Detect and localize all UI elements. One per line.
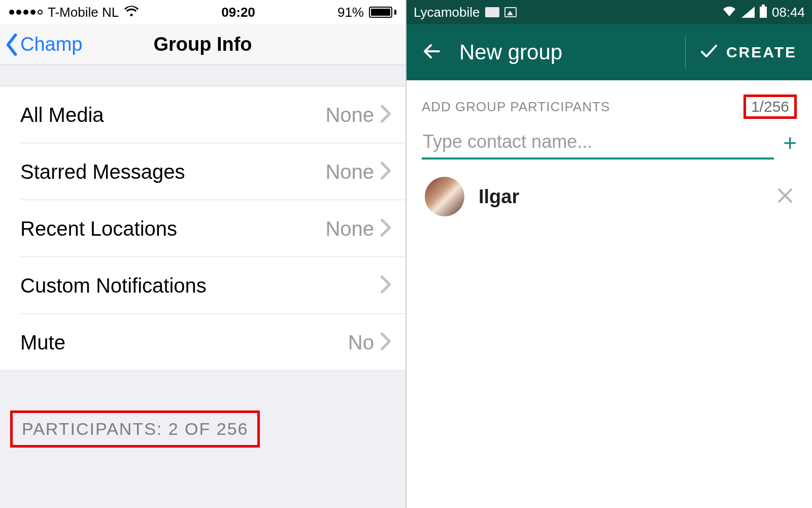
row-value: None — [325, 217, 374, 240]
avatar — [425, 177, 464, 216]
settings-list: All Media None Starred Messages None Rec… — [0, 86, 405, 371]
add-participants-subheader: ADD GROUP PARTICIPANTS — [422, 99, 610, 115]
battery-pct-label: 91% — [337, 5, 364, 20]
battery-icon — [760, 7, 767, 18]
participants-header: PARTICIPANTS: 2 OF 256 — [10, 410, 260, 448]
arrow-left-icon — [422, 41, 442, 61]
appbar-divider — [685, 36, 686, 69]
back-button[interactable]: Champ — [0, 34, 83, 56]
row-all-media[interactable]: All Media None — [0, 86, 405, 143]
row-value: None — [325, 161, 374, 183]
create-label: CREATE — [726, 44, 797, 61]
row-label: Recent Locations — [20, 217, 177, 240]
back-button[interactable] — [422, 41, 442, 64]
row-value: None — [325, 104, 374, 126]
row-starred-messages[interactable]: Starred Messages None — [0, 143, 405, 200]
signal-dots-icon — [9, 10, 43, 15]
chevron-left-icon — [4, 34, 19, 56]
wifi-icon — [722, 5, 736, 20]
back-label: Champ — [20, 34, 83, 55]
section-gap — [0, 65, 405, 86]
android-status-bar: Lycamobile 08:44 — [407, 0, 812, 24]
battery-icon — [369, 7, 396, 18]
clock-label: 09:20 — [221, 5, 255, 20]
chevron-right-icon — [380, 105, 391, 125]
ios-nav-bar: Champ Group Info — [0, 24, 405, 65]
carrier-label: Lycamobile — [414, 5, 480, 20]
contact-name-input[interactable] — [422, 126, 774, 160]
wifi-icon — [124, 5, 139, 20]
android-app-bar: New group CREATE — [407, 24, 812, 80]
signal-icon — [741, 7, 755, 18]
clock-label: 08:44 — [772, 5, 805, 20]
remove-contact-button[interactable] — [776, 187, 794, 206]
chevron-right-icon — [380, 275, 391, 296]
row-label: Mute — [20, 331, 65, 354]
chevron-right-icon — [380, 162, 391, 182]
participants-count: 1/256 — [743, 94, 797, 119]
row-mute[interactable]: Mute No — [0, 314, 405, 371]
row-recent-locations[interactable]: Recent Locations None — [0, 200, 405, 257]
row-label: Custom Notifications — [20, 274, 207, 297]
sim-icon — [485, 7, 499, 17]
ios-footer: PARTICIPANTS: 2 OF 256 — [0, 371, 405, 508]
plus-icon: + — [783, 130, 797, 156]
page-title: New group — [459, 40, 562, 65]
create-button[interactable]: CREATE — [700, 42, 797, 62]
contact-row[interactable]: Ilgar — [422, 160, 797, 234]
row-value: No — [348, 331, 374, 354]
contact-name: Ilgar — [479, 186, 762, 208]
row-label: Starred Messages — [20, 161, 185, 183]
carrier-label: T-Mobile NL — [48, 5, 119, 20]
add-contact-button[interactable]: + — [783, 129, 797, 160]
close-icon — [776, 187, 794, 204]
row-label: All Media — [20, 104, 104, 126]
picture-icon — [504, 7, 517, 17]
check-icon — [700, 42, 718, 62]
ios-status-bar: T-Mobile NL 09:20 91% — [0, 0, 405, 24]
row-custom-notifications[interactable]: Custom Notifications — [0, 257, 405, 314]
chevron-right-icon — [380, 332, 391, 353]
chevron-right-icon — [380, 218, 391, 239]
